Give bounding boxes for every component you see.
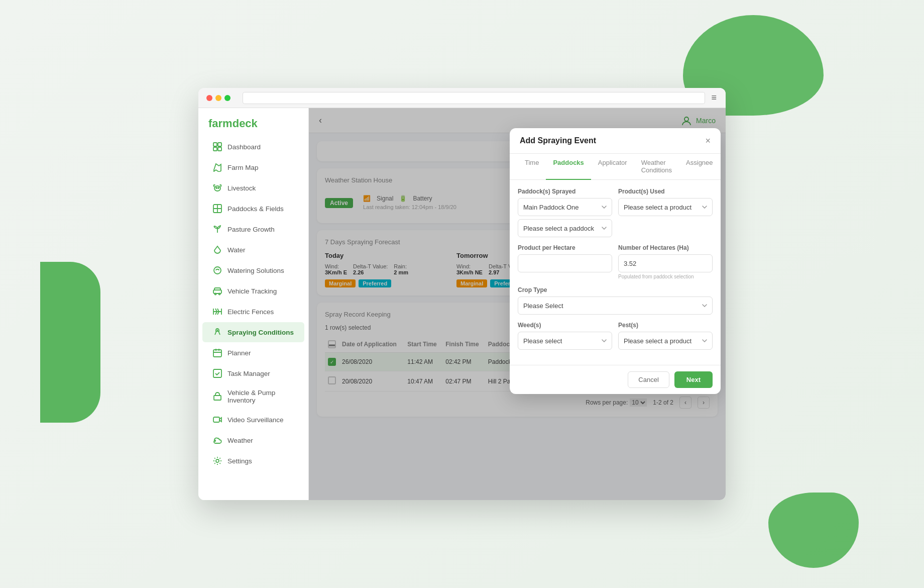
- svg-point-8: [214, 267, 221, 274]
- sidebar-logo: farmdeck: [198, 108, 308, 136]
- tab-weather-conditions[interactable]: Weather Conditions: [634, 154, 679, 180]
- form-group-pests: Pest(s) Please select a product: [618, 322, 713, 350]
- browser-dot-red[interactable]: [206, 95, 212, 101]
- sidebar-item-task-manager[interactable]: Task Manager: [202, 363, 304, 383]
- paddocks-sprayed-label: Paddock(s) Sprayed: [518, 188, 612, 195]
- camera-icon: [212, 415, 222, 425]
- browser-dot-yellow[interactable]: [215, 95, 221, 101]
- sidebar-item-vehicle-tracking[interactable]: Vehicle Tracking: [202, 281, 304, 301]
- svg-rect-14: [213, 350, 221, 357]
- main-content: ‹ Marco Weather Station House Edit: [309, 108, 726, 500]
- paddock-secondary-select[interactable]: Please select a paddock: [518, 219, 612, 237]
- sidebar-item-label-task-manager: Task Manager: [227, 370, 270, 377]
- decorative-blob-bottom-right: [768, 493, 859, 568]
- sidebar-nav: Dashboard Farm Map Livestock: [198, 136, 308, 500]
- form-row-paddock-product: Paddock(s) Sprayed Main Paddock One Plea…: [518, 188, 713, 237]
- svg-rect-0: [213, 143, 217, 146]
- sidebar-item-label-paddocks: Paddocks & Fields: [227, 205, 284, 213]
- browser-menu-icon[interactable]: ≡: [711, 92, 718, 103]
- fence-icon: [212, 307, 222, 317]
- sidebar-item-label-settings: Settings: [227, 457, 252, 465]
- app-layout: farmdeck Dashboard Farm Map: [198, 108, 726, 500]
- number-of-hectares-input[interactable]: [618, 254, 713, 272]
- svg-rect-2: [213, 147, 217, 151]
- sidebar-item-label-livestock: Livestock: [227, 184, 256, 192]
- modal-header: Add Spraying Event ×: [510, 128, 721, 154]
- svg-rect-9: [213, 290, 221, 293]
- sidebar-item-settings[interactable]: Settings: [202, 451, 304, 471]
- pests-label: Pest(s): [618, 322, 713, 329]
- svg-rect-16: [214, 396, 221, 400]
- svg-rect-3: [218, 147, 221, 151]
- sidebar-item-water[interactable]: Water: [202, 240, 304, 260]
- sidebar-item-electric-fences[interactable]: Electric Fences: [202, 302, 304, 322]
- pests-select[interactable]: Please select a product: [618, 332, 713, 350]
- sidebar-item-weather[interactable]: Weather: [202, 430, 304, 450]
- svg-point-10: [215, 293, 216, 295]
- sidebar-item-label-watering-solutions: Watering Solutions: [227, 267, 284, 274]
- svg-rect-17: [213, 417, 219, 422]
- sidebar-item-watering-solutions[interactable]: Watering Solutions: [202, 260, 304, 280]
- svg-point-4: [214, 186, 220, 191]
- sidebar-item-planner[interactable]: Planner: [202, 343, 304, 363]
- sidebar-item-label-weather: Weather: [227, 437, 253, 444]
- sidebar-item-label-dashboard: Dashboard: [227, 143, 261, 151]
- modal-tabs: Time Paddocks Applicator Weather Conditi…: [510, 154, 721, 180]
- sidebar-item-dashboard[interactable]: Dashboard: [202, 137, 304, 157]
- cow-icon: [212, 183, 222, 193]
- form-row-crop-type: Crop Type Please Select: [518, 286, 713, 315]
- cancel-button[interactable]: Cancel: [628, 371, 669, 388]
- svg-point-5: [216, 187, 217, 188]
- planner-icon: [212, 348, 222, 358]
- sidebar-item-label-video-surveillance: Video Surveillance: [227, 416, 284, 424]
- address-bar[interactable]: [243, 92, 705, 104]
- modal-close-button[interactable]: ×: [705, 136, 711, 145]
- tab-time[interactable]: Time: [518, 154, 546, 180]
- add-spraying-event-modal: Add Spraying Event × Time Paddocks Appli…: [510, 128, 721, 394]
- watering-icon: [212, 265, 222, 275]
- settings-icon: [212, 456, 222, 466]
- svg-point-6: [218, 187, 219, 188]
- products-used-select[interactable]: Please select a product: [618, 198, 713, 216]
- sidebar-item-pasture[interactable]: Pasture Growth: [202, 219, 304, 239]
- form-group-paddocks-sprayed: Paddock(s) Sprayed Main Paddock One Plea…: [518, 188, 612, 237]
- sidebar: farmdeck Dashboard Farm Map: [198, 108, 309, 500]
- product-per-hectare-label: Product per Hectare: [518, 244, 612, 251]
- next-button[interactable]: Next: [674, 371, 713, 388]
- sidebar-item-spraying-conditions[interactable]: Spraying Conditions: [202, 322, 304, 342]
- drop-icon: [212, 245, 222, 255]
- sidebar-item-inventory[interactable]: Vehicle & Pump Inventory: [202, 384, 304, 409]
- map-icon: [212, 162, 222, 172]
- browser-titlebar: ≡: [198, 88, 726, 108]
- grid-icon: [212, 142, 222, 152]
- sidebar-item-label-vehicle-tracking: Vehicle Tracking: [227, 287, 277, 295]
- form-row-weed-pest: Weed(s) Please select Pest(s) Please sel…: [518, 322, 713, 350]
- paddocks-sprayed-select[interactable]: Main Paddock One: [518, 198, 612, 216]
- crop-type-select[interactable]: Please Select: [518, 297, 713, 315]
- spray-icon: [212, 327, 222, 337]
- sidebar-item-label-water: Water: [227, 246, 246, 254]
- form-group-product-per-hectare: Product per Hectare: [518, 244, 612, 279]
- modal-overlay: Add Spraying Event × Time Paddocks Appli…: [309, 108, 726, 500]
- inventory-icon: [212, 391, 222, 402]
- svg-rect-15: [213, 369, 221, 377]
- sidebar-item-label-inventory: Vehicle & Pump Inventory: [227, 389, 294, 404]
- sidebar-item-label-electric-fences: Electric Fences: [227, 308, 274, 316]
- svg-point-11: [219, 293, 220, 295]
- svg-rect-1: [218, 143, 221, 146]
- sidebar-item-paddocks[interactable]: Paddocks & Fields: [202, 199, 304, 219]
- sidebar-item-farm-map[interactable]: Farm Map: [202, 157, 304, 177]
- sidebar-item-label-pasture: Pasture Growth: [227, 226, 275, 233]
- sidebar-item-video-surveillance[interactable]: Video Surveillance: [202, 410, 304, 430]
- product-per-hectare-input[interactable]: [518, 254, 612, 272]
- tab-paddocks[interactable]: Paddocks: [546, 154, 591, 180]
- tab-applicator[interactable]: Applicator: [591, 154, 634, 180]
- sidebar-item-label-planner: Planner: [227, 349, 251, 357]
- browser-dot-green[interactable]: [224, 95, 230, 101]
- weeds-select[interactable]: Please select: [518, 332, 612, 350]
- decorative-blob-left: [40, 262, 100, 423]
- sidebar-item-livestock[interactable]: Livestock: [202, 178, 304, 198]
- svg-point-18: [216, 459, 219, 462]
- tab-assignee[interactable]: Assignee: [679, 154, 720, 180]
- growth-icon: [212, 224, 222, 234]
